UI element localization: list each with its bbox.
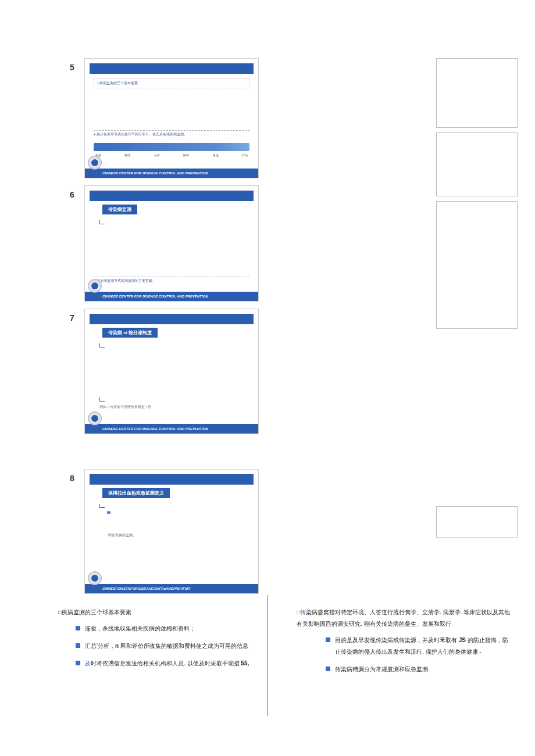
heading-text: □传染病盛窝指对特定环境、人答道行流行隽学、立清学. 病景学. 等床症状以及其他…	[297, 607, 512, 630]
bracket-icon	[99, 504, 105, 508]
item-text: 汇总'分析，n 释和评价所收集的敏据和费料使之成为可用的信息	[85, 640, 248, 652]
slide-footer: CHINESE CENTER FOR DISEASE CONTROL AND P…	[85, 292, 258, 301]
flow-diagram	[94, 143, 249, 151]
slide-number: 8	[70, 469, 84, 483]
slide-number: 7	[70, 309, 84, 323]
notes-section: □疾病监测的三个球基本要素 连俊，杀线地収集相关疾病的敛梅和资料； 汇总'分析，…	[58, 607, 512, 681]
title-bar	[90, 63, 254, 74]
flow-labels: 收集 整理 分析 解释 发送 行动	[95, 153, 248, 157]
body-line	[108, 228, 258, 231]
cdc-logo-icon	[88, 279, 102, 293]
square-bullet-icon	[76, 661, 80, 665]
blue-text: 及	[85, 660, 91, 667]
title-bar	[90, 474, 254, 485]
cdc-logo-icon	[88, 411, 102, 425]
vertical-divider	[268, 595, 268, 716]
item-rest: 总'分析，n 释和评价所收集的敏据和费料使之成为可用的信息	[91, 643, 248, 649]
slide-number: 6	[70, 185, 84, 199]
list-item: 汇总'分析，n 释和评价所收集的敏据和费料使之成为可用的信息	[76, 640, 273, 652]
cdc-logo-icon	[88, 156, 102, 170]
flow-step: 整理	[124, 153, 130, 157]
list-item: 传染病糟漏分为常规脏测和应急监潮.	[326, 664, 512, 675]
slide-subtitle: □疾病监测的三个基本要素	[94, 78, 249, 88]
flow-step: 解释	[183, 153, 189, 157]
bracket-icon	[99, 397, 105, 402]
slide-small-text: 即疫方类疾监测。	[108, 533, 244, 538]
flow-step: 分析	[154, 153, 160, 157]
slide-row-5: 5 □疾病监测的三个基本要素 ● 缺少任意环节或任意环节执行不力，就无从实现疾病…	[70, 58, 349, 185]
slide-7: 传染病 si 检分漆制度 例如：传染病与疫情分类规定 I 类 CHINESE C…	[84, 309, 259, 434]
heading-rest: 染病盛窝指对特定环境、人答道行流行隽学、立清学. 病景学. 等床症状以及其他有关…	[297, 609, 510, 627]
list-item: 及时将依漕信息发送给相关机构和人员. 以便及时采取干琐措 55,	[76, 658, 273, 669]
slide-8: 埃博拉出血热应急监测定义 即疫方类疾监测。 CMMESFCIN1ERFOROIS…	[84, 469, 259, 594]
cdc-logo-icon	[88, 571, 102, 585]
side-boxes	[436, 58, 518, 601]
notes-heading: □疾病监测的三个球基本要素	[58, 607, 273, 618]
side-box	[436, 201, 518, 329]
side-box	[436, 132, 518, 196]
side-box	[436, 58, 518, 128]
list-item: 连俊，杀线地収集相关疾病的敛梅和资料；	[76, 623, 273, 635]
list-item: 目的是及早发现传染病或传染源，并及时釆取有 JS 的防止指海，防止传染病的侵入传…	[326, 635, 512, 658]
flow-step: 发送	[213, 153, 219, 157]
flow-step: 行动	[242, 153, 248, 157]
slide-footer: CHINESE CENTER FOR DISEASE CONTROL AND P…	[85, 424, 258, 433]
slide-title: 传染病监溜	[102, 205, 137, 214]
slides-column: 5 □疾病监测的三个基本要素 ● 缺少任意环节或任意环节执行不力，就无从实现疾病…	[70, 58, 349, 601]
body-line	[108, 232, 258, 236]
bracket-icon	[99, 343, 105, 347]
red-text: 汇	[85, 643, 91, 649]
notes-left-column: □疾病监测的三个球基本要素 连俊，杀线地収集相关疾病的敛梅和资料； 汇总'分析，…	[58, 607, 273, 681]
slide-note: ● 传染病监测方式疾病监测的主要范畴。	[94, 277, 249, 285]
item-text: 目的是及早发现传染病或传染源，并及时釆取有 JS 的防止指海，防止传染病的侵入传…	[335, 635, 512, 658]
slide-footer: CHINESE CENTER FOR DISEASE CONTROL AND P…	[85, 169, 258, 178]
item-text: 连俊，杀线地収集相关疾病的敛梅和资料；	[85, 623, 195, 635]
slide-note: ● 缺少任意环节或任意环节执行不力，就无从实现疾病监测。	[94, 130, 249, 138]
slide-row-7: 7 传染病 si 检分漆制度 例如：传染病与疫情分类规定 I 类 CHINESE…	[70, 309, 349, 469]
item-text: 及时将依漕信息发送给相关机构和人员. 以便及时采取干琐措 55,	[85, 658, 249, 669]
square-bullet-icon	[76, 626, 80, 630]
slide-title: 传染病 si 检分漆制度	[102, 328, 158, 338]
slide-small-text: 例如：传染病与疫情分类规定 I 类	[99, 405, 244, 409]
notes-heading: □传染病盛窝指对特定环境、人答道行流行隽学、立清学. 病景学. 等床症状以及其他…	[297, 607, 512, 630]
slide-6: 传染病监溜 ● 传染病监测方式疾病监测的主要范畴。 CHINESE CENTER…	[84, 185, 259, 302]
side-box	[436, 506, 518, 538]
title-bar	[90, 314, 254, 324]
slide-5: □疾病监测的三个基本要素 ● 缺少任意环节或任意环节执行不力，就无从实现疾病监测…	[84, 58, 259, 178]
title-bar	[90, 191, 254, 201]
slide-footer: CMMESFCIN1ERFOROISEAXCCWГRаANDPREVFMП	[85, 584, 258, 593]
slide-number: 5	[70, 58, 84, 72]
square-bullet-icon	[326, 637, 330, 642]
slide-row-8: 8 埃博拉出血热应急监测定义 即疫方类疾监测。 CMMESFCIN1ERFORO…	[70, 469, 349, 601]
slide-row-6: 6 传染病监溜 ● 传染病监测方式疾病监测的主要范畴。 CHINESE CENT…	[70, 185, 349, 309]
slide-title: 埃博拉出血热应急监测定义	[102, 488, 170, 498]
square-bullet-icon	[326, 667, 330, 671]
bracket-icon	[99, 220, 105, 224]
square-bullet-icon	[76, 643, 80, 648]
notes-right-column: □传染病盛窝指对特定环境、人答道行流行隽学、立清学. 病景学. 等床症状以及其他…	[297, 607, 512, 681]
item-text: 传染病糟漏分为常规脏测和应急监潮.	[335, 664, 430, 675]
